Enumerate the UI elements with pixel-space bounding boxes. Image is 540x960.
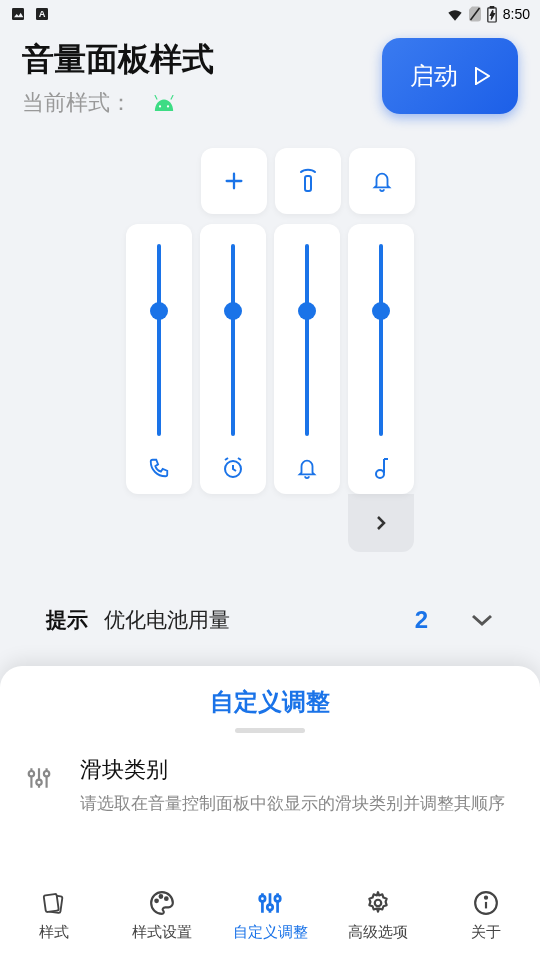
nav-label: 关于 [471, 923, 501, 942]
svg-text:A: A [39, 9, 46, 19]
slider-track[interactable] [379, 244, 383, 436]
note-icon [372, 454, 390, 482]
cast-button[interactable] [275, 148, 341, 214]
tip-text: 优化电池用量 [104, 606, 399, 634]
customize-sheet: 自定义调整 滑块类别 请选取在音量控制面板中欲显示的滑块类别并调整其顺序 样式 … [0, 666, 540, 960]
tip-count: 2 [415, 606, 428, 634]
sliders-icon [257, 889, 283, 917]
info-icon [473, 889, 499, 917]
svg-point-17 [376, 470, 384, 478]
ringer-button[interactable] [349, 148, 415, 214]
nav-label: 样式 [39, 923, 69, 942]
status-left: A [10, 6, 50, 22]
svg-point-27 [160, 895, 163, 898]
slider-thumb[interactable] [224, 302, 242, 320]
add-stream-button[interactable] [201, 148, 267, 214]
svg-point-11 [167, 105, 169, 107]
remote-icon [296, 168, 320, 194]
font-icon: A [34, 6, 50, 22]
svg-point-35 [375, 899, 382, 906]
phone-icon [148, 454, 170, 482]
tip-row[interactable]: 提示 优化电池用量 2 [0, 606, 540, 634]
nav-advanced[interactable]: 高级选项 [324, 870, 432, 960]
svg-point-38 [485, 896, 487, 898]
svg-rect-25 [44, 893, 59, 911]
svg-point-10 [159, 105, 161, 107]
play-icon [474, 67, 490, 85]
chevron-down-icon [470, 613, 494, 627]
svg-line-8 [155, 95, 157, 100]
setting-desc: 请选取在音量控制面板中欲显示的滑块类别并调整其顺序 [80, 791, 516, 817]
android-icon [150, 95, 178, 111]
svg-point-32 [267, 904, 272, 909]
add-icon [223, 170, 245, 192]
chevron-right-icon [375, 514, 387, 532]
slider-track[interactable] [305, 244, 309, 436]
nav-styles[interactable]: 样式 [0, 870, 108, 960]
svg-marker-12 [476, 68, 489, 84]
subtitle-row: 当前样式： [22, 88, 382, 118]
bell-icon [371, 169, 393, 193]
status-bar: A 8:50 [0, 0, 540, 28]
slider-call[interactable] [126, 224, 192, 494]
setting-text: 滑块类别 请选取在音量控制面板中欲显示的滑块类别并调整其顺序 [80, 755, 516, 817]
start-button[interactable]: 启动 [382, 38, 518, 114]
bottom-nav: 样式 样式设置 自定义调整 高级选项 关于 [0, 870, 540, 960]
svg-point-23 [44, 771, 49, 776]
header: 音量面板样式 当前样式： 启动 [0, 28, 540, 118]
tip-label: 提示 [46, 606, 88, 634]
svg-point-21 [36, 780, 41, 785]
expand-button[interactable] [348, 494, 414, 552]
slider-thumb[interactable] [372, 302, 390, 320]
svg-rect-6 [490, 6, 493, 8]
sliders-row [126, 224, 414, 494]
nav-label: 高级选项 [348, 923, 408, 942]
battery-icon [487, 6, 497, 23]
nav-about[interactable]: 关于 [432, 870, 540, 960]
nav-style-settings[interactable]: 样式设置 [108, 870, 216, 960]
slider-category-setting[interactable]: 滑块类别 请选取在音量控制面板中欲显示的滑块类别并调整其顺序 [0, 733, 540, 817]
svg-line-9 [171, 95, 173, 100]
nav-label: 样式设置 [132, 923, 192, 942]
sheet-title: 自定义调整 [0, 666, 540, 728]
gear-icon [365, 889, 391, 917]
current-style-label: 当前样式： [22, 88, 132, 118]
status-right: 8:50 [447, 6, 530, 23]
picture-icon [10, 6, 26, 22]
volume-panel-preview [0, 118, 540, 552]
slider-thumb[interactable] [298, 302, 316, 320]
header-left: 音量面板样式 当前样式： [22, 38, 382, 118]
svg-rect-0 [12, 8, 24, 20]
slider-track[interactable] [231, 244, 235, 436]
nav-label: 自定义调整 [233, 923, 308, 942]
palette-icon [149, 889, 175, 917]
setting-title: 滑块类别 [80, 755, 516, 785]
alarm-icon [221, 454, 245, 482]
page-title: 音量面板样式 [22, 38, 382, 82]
svg-point-26 [155, 899, 158, 902]
slider-ring[interactable] [274, 224, 340, 494]
svg-marker-7 [490, 10, 494, 19]
start-button-label: 启动 [410, 60, 458, 92]
slider-alarm[interactable] [200, 224, 266, 494]
slider-thumb[interactable] [150, 302, 168, 320]
wifi-icon [447, 7, 463, 21]
svg-rect-15 [305, 176, 311, 191]
slider-media[interactable] [348, 224, 414, 494]
status-time: 8:50 [503, 6, 530, 22]
top-icons-row [201, 148, 415, 214]
svg-point-34 [275, 895, 280, 900]
sliders-icon [24, 765, 54, 791]
slider-track[interactable] [157, 244, 161, 436]
nav-customize[interactable]: 自定义调整 [216, 870, 324, 960]
svg-point-19 [29, 771, 34, 776]
sim-icon [469, 6, 481, 22]
bell-icon [296, 454, 318, 482]
svg-point-30 [260, 895, 265, 900]
svg-point-28 [165, 897, 168, 900]
cards-icon [41, 889, 67, 917]
